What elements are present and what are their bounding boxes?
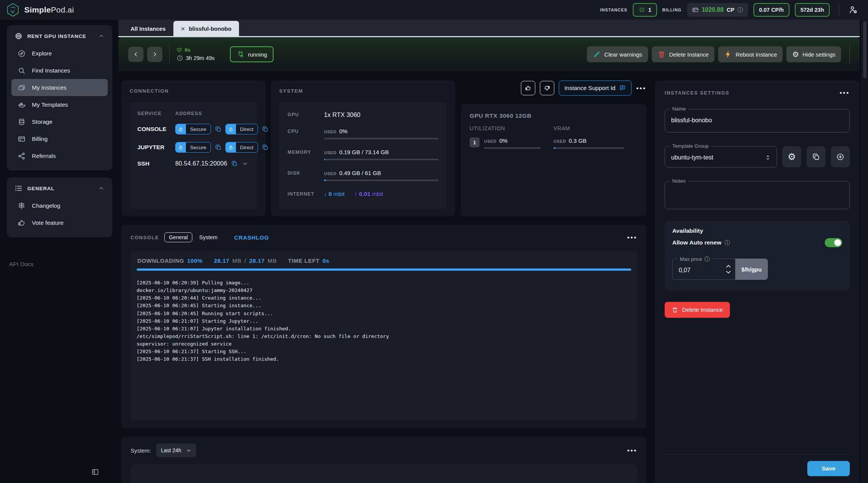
copy-icon[interactable] [262, 144, 269, 151]
console-direct-button[interactable]: Direct [225, 124, 258, 134]
reboot-instance-button[interactable]: Reboot Instance [718, 46, 783, 62]
sidebar-item-changelog[interactable]: Changelog [11, 197, 108, 214]
copy-icon[interactable] [231, 160, 238, 167]
sidebar-section-rent-gpu-header[interactable]: RENT GPU INSTANCE [11, 30, 108, 45]
chevron-up-icon[interactable] [98, 33, 105, 39]
save-button[interactable]: Save [807, 461, 850, 476]
thumbs-down-button[interactable] [540, 81, 554, 95]
info-icon[interactable]: ⓘ [724, 239, 730, 246]
row-label: DISK [288, 170, 319, 181]
template-group-value: ubuntu-tym-test [671, 154, 713, 161]
console-tab-system[interactable]: System [198, 234, 219, 240]
template-copy-button[interactable] [807, 146, 826, 167]
clear-warnings-button[interactable]: Clear warnings [587, 46, 648, 62]
sidebar-collapse-button[interactable] [91, 468, 99, 478]
auto-renew-toggle[interactable] [825, 238, 842, 247]
thumbs-up-icon [525, 85, 531, 92]
name-field[interactable]: Name blissful-bonobo [665, 109, 850, 133]
balance-info-icon[interactable]: ⓘ [737, 6, 743, 14]
console-log[interactable]: [2025-06-10 06:20:39] Pulling image... d… [137, 279, 631, 363]
gear-icon: ⚙ [792, 51, 799, 58]
downloading-label: DOWNLOADING [137, 257, 184, 264]
total-unit: MB [268, 257, 277, 264]
share-icon [17, 152, 26, 160]
console-menu-button[interactable]: ••• [627, 234, 637, 241]
sidebar-item-vote-feature[interactable]: Vote feature [11, 214, 108, 231]
scrollbar[interactable] [861, 20, 868, 483]
gpu-row: GPU 1x RTX 3060 [288, 111, 439, 118]
chevron-up-icon[interactable] [98, 185, 105, 192]
row-label: INTERNET [288, 191, 319, 197]
copy-icon[interactable] [262, 126, 269, 133]
trash-icon [671, 306, 678, 313]
prev-instance-button[interactable] [128, 47, 143, 62]
billing-label: BILLING [662, 8, 682, 12]
notes-field[interactable]: Notes [665, 181, 850, 209]
sidebar-section-general: GENERAL Changelog Vote feature [7, 177, 112, 237]
rate-badge[interactable]: 0.07 CP/h [753, 3, 789, 17]
memory-used-value: 0.19 GB / 73.14 GB [339, 149, 389, 155]
status-badge[interactable]: running [230, 46, 274, 62]
auto-renew-label: Allow Auto renew ⓘ [672, 239, 730, 246]
stepper-up-icon[interactable] [725, 264, 731, 268]
sidebar-item-referrals[interactable]: Referrals [11, 147, 108, 164]
jupyter-direct-button[interactable]: Direct [225, 142, 258, 153]
jupyter-secure-button[interactable]: Secure [175, 142, 211, 153]
copy-icon[interactable] [215, 144, 222, 151]
sidebar-section-general-header[interactable]: GENERAL [11, 183, 108, 197]
sidebar-item-find-instances[interactable]: Find Instances [11, 62, 108, 79]
sidebar-item-my-instances[interactable]: My Instances [11, 79, 108, 96]
name-field-label: Name [670, 106, 689, 112]
console-tab-general[interactable]: General [164, 232, 192, 242]
scrollbar-thumb[interactable] [863, 21, 866, 78]
instances-count-badge[interactable]: 1 [633, 3, 657, 17]
tab-instance-blissful-bonobo[interactable]: × blissful-bonobo [173, 21, 239, 36]
sidebar-item-my-templates[interactable]: My Templates [11, 96, 108, 113]
clock-icon [176, 55, 183, 62]
vram-meter [554, 147, 624, 149]
crashlog-link[interactable]: CRASHLOG [234, 234, 269, 241]
tab-all-instances[interactable]: All Instances [123, 21, 173, 36]
sidebar-item-explore[interactable]: Explore [11, 45, 108, 62]
memory-row: MEMORY USED0.19 GB / 73.14 GB [288, 149, 439, 160]
price-stepper [725, 264, 735, 274]
sidebar-item-label: My Instances [32, 84, 66, 91]
max-price-field[interactable]: Max price ⓘ 0,07 $/h/gpu [672, 259, 768, 280]
sidebar-item-storage[interactable]: Storage [11, 113, 108, 130]
time-left-badge[interactable]: 572d 23h [795, 3, 830, 17]
delete-instance-button[interactable]: Delete Instance [665, 302, 730, 318]
delete-instance-header-button[interactable]: Delete Instance [652, 46, 714, 62]
info-icon[interactable]: ⓘ [704, 256, 710, 263]
panel-menu-button[interactable]: ••• [636, 85, 646, 92]
console-secure-button[interactable]: Secure [175, 124, 211, 134]
header-divider [169, 44, 170, 65]
disk-used-value: 0.49 GB / 61 GB [339, 170, 381, 176]
template-group-select[interactable]: Template Group ubuntu-tym-test [665, 146, 777, 167]
heartbeat-icon [176, 47, 182, 53]
instance-support-id-button[interactable]: Instance Support Id [559, 80, 632, 96]
vram-value: 0.3 GB [569, 137, 587, 144]
time-range-select[interactable]: Last 24h [156, 444, 196, 457]
account-settings-icon[interactable] [848, 5, 858, 15]
settings-menu-button[interactable]: ••• [840, 90, 850, 96]
utilization-label: UTILIZATION [470, 125, 554, 131]
system-panel: SYSTEM GPU 1x RTX 3060 CPU USED0% [271, 80, 455, 216]
balance-badge[interactable]: 1020.88 CP ⓘ [687, 3, 748, 17]
stepper-down-icon[interactable] [725, 270, 731, 274]
template-settings-button[interactable]: ⚙ [782, 146, 801, 167]
next-instance-button[interactable] [147, 47, 162, 62]
template-add-button[interactable] [831, 146, 850, 167]
button-label: Delete Instance [669, 51, 709, 58]
sidebar-item-billing[interactable]: Billing [11, 130, 108, 147]
jupyter-address-row: Secure Direct [175, 142, 269, 153]
chevron-down-icon[interactable] [242, 160, 248, 167]
brand[interactable]: SimplePod.ai [5, 2, 74, 17]
vram-label: VRAM [554, 125, 637, 131]
api-docs-link[interactable]: API Docs [7, 258, 112, 271]
copy-icon[interactable] [215, 126, 222, 133]
header-end-divider [849, 45, 850, 64]
hide-settings-button[interactable]: ⚙ Hide settings [786, 46, 841, 62]
thumbs-up-button[interactable] [521, 81, 535, 95]
tab-close-icon[interactable]: × [181, 25, 185, 32]
footer-menu-button[interactable]: ••• [627, 447, 637, 454]
